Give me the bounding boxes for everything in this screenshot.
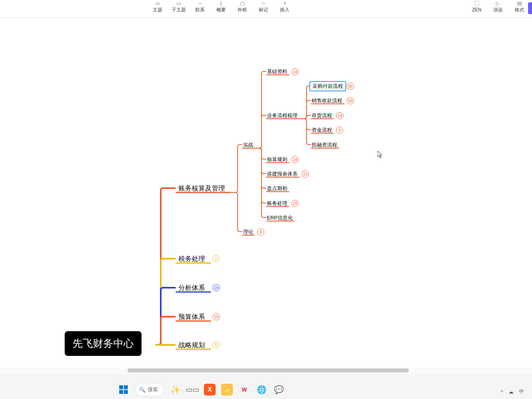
branch-tax-badge[interactable]: 2 bbox=[212, 255, 220, 262]
root-label: 先飞财务中心 bbox=[73, 337, 134, 349]
zen-button[interactable]: ⛶ ZEN bbox=[466, 0, 487, 16]
summary-label: 概要 bbox=[216, 7, 226, 13]
node-purchase-payment[interactable]: 采购付款流程 bbox=[309, 81, 346, 91]
xmind-app-icon[interactable]: X bbox=[204, 384, 216, 395]
node-basic-data[interactable]: 基础资料 bbox=[267, 68, 287, 75]
summary-icon: } bbox=[220, 0, 222, 6]
marker-label: 标记 bbox=[259, 7, 268, 13]
topic-button[interactable]: ▭ 主题 bbox=[147, 0, 168, 16]
right-panel-handle[interactable] bbox=[528, 2, 532, 14]
copilot-icon[interactable]: ✨ bbox=[169, 384, 181, 395]
node-purchase-payment-badge[interactable]: 95 bbox=[347, 83, 354, 90]
branch-analysis[interactable]: 分析体系 bbox=[178, 283, 205, 292]
svg-rect-21 bbox=[124, 390, 128, 394]
branch-budget-badge[interactable]: 10 bbox=[212, 313, 220, 320]
svg-rect-20 bbox=[119, 390, 123, 394]
branch-tax-label: 税务处理 bbox=[178, 255, 205, 263]
format-button[interactable]: ▤ 格式 bbox=[509, 0, 530, 16]
node-sales-receipt[interactable]: 销售收款流程 bbox=[312, 97, 342, 104]
present-label: 演说 bbox=[493, 7, 503, 13]
top-toolbar: ▭ 主题 ▭ 子主题 ↔ 联系 } 概要 ▢ 外框 ☆ 标记 ＋ 插入 ⛶ bbox=[0, 0, 532, 18]
present-button[interactable]: ▷ 演说 bbox=[487, 0, 508, 16]
tray-chevron-icon[interactable]: ^ bbox=[501, 389, 503, 395]
boundary-button[interactable]: ▢ 外框 bbox=[232, 0, 253, 16]
toolbar-far-right: ▤ 格式 bbox=[509, 0, 530, 16]
node-practice[interactable]: 实战 bbox=[243, 141, 253, 149]
node-investment-flow[interactable]: 投融资流程 bbox=[312, 141, 337, 149]
horizontal-scroll-thumb[interactable] bbox=[127, 368, 409, 372]
node-accounting-process-badge[interactable]: 19 bbox=[291, 200, 299, 207]
marker-button[interactable]: ☆ 标记 bbox=[253, 0, 274, 16]
wechat-icon[interactable]: 💬 bbox=[273, 384, 285, 395]
boundary-label: 外框 bbox=[238, 7, 247, 13]
insert-button[interactable]: ＋ 插入 bbox=[274, 0, 295, 16]
node-accounting-rules-badge[interactable]: 14 bbox=[291, 156, 299, 163]
branch-analysis-label: 分析体系 bbox=[178, 284, 205, 292]
branch-accounting[interactable]: 账务核算及管理 bbox=[178, 184, 225, 193]
node-accounting-rules[interactable]: 核算规则 bbox=[267, 156, 287, 163]
node-fund-flow[interactable]: 资金流程 bbox=[312, 127, 332, 134]
subtopic-icon: ▭ bbox=[176, 0, 181, 6]
browser-icon[interactable]: 🌐 bbox=[256, 384, 267, 395]
branch-budget[interactable]: 预算体系 bbox=[178, 312, 205, 321]
search-placeholder: 搜索 bbox=[148, 386, 158, 393]
branch-strategy[interactable]: 战略规划 bbox=[178, 341, 205, 350]
wps-icon[interactable]: W bbox=[238, 384, 250, 395]
insert-label: 插入 bbox=[280, 7, 289, 13]
branch-strategy-badge[interactable]: 5 bbox=[212, 341, 220, 348]
node-business-process[interactable]: 业务流程梳理 bbox=[267, 112, 298, 119]
windows-taskbar: 🔍 搜索 ✨ ▭▭ X 📁 W 🌐 💬 ^ ☁ 中 bbox=[0, 374, 532, 399]
node-report-system[interactable]: 搭建报表体系 bbox=[267, 170, 298, 178]
onedrive-icon[interactable]: ☁ bbox=[508, 389, 514, 395]
node-sales-receipt-badge[interactable]: 50 bbox=[347, 97, 354, 104]
relation-label: 联系 bbox=[195, 7, 205, 13]
node-erp[interactable]: ERP信息化 bbox=[267, 214, 293, 221]
relation-icon: ↔ bbox=[198, 0, 203, 6]
boundary-icon: ▢ bbox=[240, 0, 245, 6]
cursor-icon bbox=[378, 151, 383, 159]
insert-icon: ＋ bbox=[282, 0, 287, 6]
node-theory-badge[interactable]: 9 bbox=[257, 229, 264, 236]
branch-budget-label: 预算体系 bbox=[178, 313, 205, 321]
summary-button[interactable]: } 概要 bbox=[211, 0, 232, 16]
present-icon: ▷ bbox=[496, 0, 500, 6]
branch-strategy-label: 战略规划 bbox=[178, 341, 205, 349]
root-topic[interactable]: 先飞财务中心 bbox=[65, 331, 142, 356]
marker-icon: ☆ bbox=[261, 0, 266, 6]
mindmap-canvas[interactable]: 先飞财务中心 账务核算及管理 税务处理 2 分析体系 19 预算体系 10 战略… bbox=[0, 18, 532, 374]
svg-rect-19 bbox=[124, 385, 128, 389]
node-inventory-init[interactable]: 盘点期初 bbox=[267, 185, 287, 192]
toolbar-left-group: ▭ 主题 ▭ 子主题 ↔ 联系 } 概要 ▢ 外框 ☆ 标记 ＋ 插入 bbox=[147, 0, 295, 16]
branch-accounting-label: 账务核算及管理 bbox=[178, 185, 225, 192]
node-accounting-process[interactable]: 账务处理 bbox=[267, 200, 287, 207]
node-inventory-flow[interactable]: 存货流程 bbox=[312, 112, 332, 119]
topic-label: 主题 bbox=[153, 7, 162, 13]
node-inventory-flow-badge[interactable]: 14 bbox=[336, 112, 343, 119]
system-tray: ^ ☁ 中 bbox=[501, 388, 524, 395]
taskbar-search[interactable]: 🔍 搜索 bbox=[135, 383, 164, 396]
explorer-icon[interactable]: 📁 bbox=[221, 384, 233, 395]
ime-indicator[interactable]: 中 bbox=[519, 388, 524, 395]
format-label: 格式 bbox=[515, 7, 524, 13]
node-fund-flow-badge[interactable]: 9 bbox=[336, 127, 343, 134]
branch-tax[interactable]: 税务处理 bbox=[178, 254, 205, 263]
zen-icon: ⛶ bbox=[474, 0, 479, 6]
relation-button[interactable]: ↔ 联系 bbox=[189, 0, 211, 16]
search-icon: 🔍 bbox=[139, 387, 145, 393]
zen-label: ZEN bbox=[472, 7, 481, 13]
subtopic-label: 子主题 bbox=[172, 7, 186, 13]
topic-icon: ▭ bbox=[155, 0, 160, 6]
toolbar-right-group: ⛶ ZEN ▷ 演说 bbox=[466, 0, 508, 16]
subtopic-button[interactable]: ▭ 子主题 bbox=[168, 0, 189, 16]
node-report-system-badge[interactable]: 23 bbox=[301, 170, 309, 178]
svg-rect-18 bbox=[119, 385, 123, 389]
start-button[interactable] bbox=[118, 384, 129, 395]
node-basic-data-badge[interactable]: 14 bbox=[291, 68, 299, 75]
task-view-icon[interactable]: ▭▭ bbox=[187, 384, 198, 395]
horizontal-scrollbar[interactable] bbox=[0, 367, 532, 374]
branch-analysis-badge[interactable]: 19 bbox=[212, 284, 220, 291]
node-theory[interactable]: 理论 bbox=[243, 229, 253, 236]
format-icon: ▤ bbox=[517, 0, 522, 6]
